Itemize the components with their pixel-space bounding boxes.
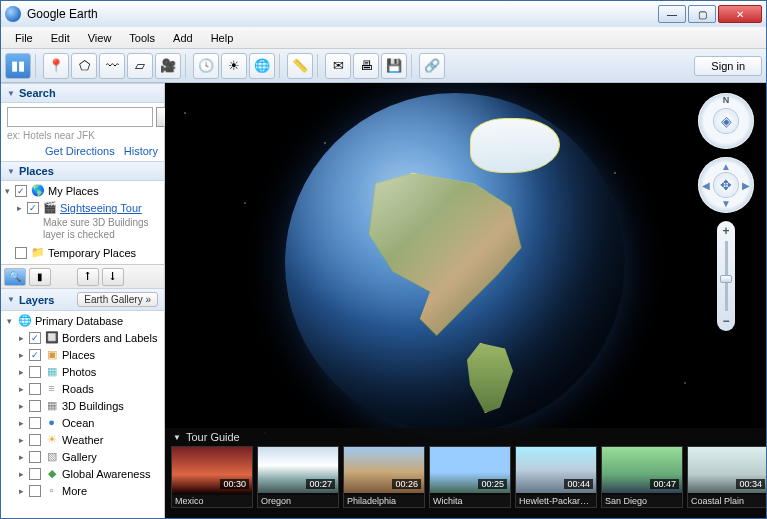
tree-toggle[interactable]: ▸ <box>19 450 29 465</box>
pan-left-icon[interactable]: ◀ <box>702 180 710 191</box>
layer-item[interactable]: Gallery <box>62 450 97 465</box>
layer-checkbox[interactable] <box>29 485 41 497</box>
tree-toggle[interactable]: ▸ <box>19 365 29 380</box>
signin-button[interactable]: Sign in <box>694 56 762 76</box>
layer-checkbox[interactable] <box>29 366 41 378</box>
layer-checkbox[interactable] <box>29 383 41 395</box>
maximize-button[interactable]: ▢ <box>688 5 716 23</box>
pan-right-icon[interactable]: ▶ <box>742 180 750 191</box>
tree-toggle[interactable]: ▸ <box>19 433 29 448</box>
planet-button[interactable]: 🌐 <box>249 53 275 79</box>
layer-checkbox[interactable] <box>29 332 41 344</box>
zoom-in-button[interactable]: + <box>722 224 729 238</box>
temporary-checkbox[interactable] <box>15 247 27 259</box>
menu-add[interactable]: Add <box>165 30 201 46</box>
places-panel-header[interactable]: Places <box>1 161 164 181</box>
layer-checkbox[interactable] <box>29 434 41 446</box>
menu-file[interactable]: File <box>7 30 41 46</box>
sightseeing-checkbox[interactable] <box>27 202 39 214</box>
look-joystick-icon[interactable]: ◈ <box>714 109 738 133</box>
pan-down-icon[interactable]: ▼ <box>721 198 731 209</box>
layer-item[interactable]: Borders and Labels <box>62 331 157 346</box>
layer-item[interactable]: More <box>62 484 87 499</box>
tree-toggle[interactable]: ▸ <box>19 484 29 499</box>
layer-item[interactable]: Global Awareness <box>62 467 150 482</box>
menu-tools[interactable]: Tools <box>121 30 163 46</box>
tour-item[interactable]: 00:26Philadelphia <box>343 446 425 508</box>
tour-strip[interactable]: 00:30Mexico00:27Oregon00:26Philadelphia0… <box>165 446 766 512</box>
primary-database-item[interactable]: Primary Database <box>35 314 123 329</box>
layer-checkbox[interactable] <box>29 417 41 429</box>
earth-globe[interactable] <box>285 93 625 433</box>
layer-checkbox[interactable] <box>29 451 41 463</box>
look-ring[interactable]: N ◈ <box>698 93 754 149</box>
layer-checkbox[interactable] <box>29 349 41 361</box>
tree-toggle[interactable]: ▸ <box>19 399 29 414</box>
sunlight-button[interactable]: ☀ <box>221 53 247 79</box>
my-places-checkbox[interactable] <box>15 185 27 197</box>
pan-hand-icon[interactable]: ✥ <box>714 173 738 197</box>
close-button[interactable]: ✕ <box>718 5 762 23</box>
layer-item[interactable]: 3D Buildings <box>62 399 124 414</box>
layer-item[interactable]: Places <box>62 348 95 363</box>
tree-toggle[interactable]: ▸ <box>19 348 29 363</box>
earth-gallery-button[interactable]: Earth Gallery » <box>77 292 158 307</box>
tour-item[interactable]: 00:30Mexico <box>171 446 253 508</box>
historical-button[interactable]: 🕓 <box>193 53 219 79</box>
globe-viewer[interactable]: N ◈ ▲ ▼ ◀ ▶ ✥ + − Tour Guide 00:3 <box>165 83 766 518</box>
menu-view[interactable]: View <box>80 30 120 46</box>
find-place-button[interactable]: 🔍 <box>4 268 26 286</box>
menu-edit[interactable]: Edit <box>43 30 78 46</box>
tour-item[interactable]: 00:25Wichita <box>429 446 511 508</box>
collapse-button[interactable]: 🠕 <box>77 268 99 286</box>
expand-button[interactable]: 🠗 <box>102 268 124 286</box>
print-button[interactable]: 🖶 <box>353 53 379 79</box>
layers-panel-header[interactable]: Layers Earth Gallery » <box>1 288 164 311</box>
layer-item[interactable]: Weather <box>62 433 103 448</box>
layer-item[interactable]: Ocean <box>62 416 94 431</box>
tour-item[interactable]: 00:34Coastal Plain <box>687 446 766 508</box>
record-tour-button[interactable]: 🎥 <box>155 53 181 79</box>
menu-help[interactable]: Help <box>203 30 242 46</box>
zoom-out-button[interactable]: − <box>722 314 729 328</box>
tour-item[interactable]: 00:44Hewlett-Packard Co... <box>515 446 597 508</box>
pan-ring[interactable]: ▲ ▼ ◀ ▶ ✥ <box>698 157 754 213</box>
zoom-slider[interactable]: + − <box>717 221 735 331</box>
zoom-thumb[interactable] <box>720 275 732 283</box>
pan-up-icon[interactable]: ▲ <box>721 161 731 172</box>
tree-toggle[interactable]: ▾ <box>5 184 15 199</box>
zoom-track[interactable] <box>725 241 728 311</box>
tree-toggle[interactable]: ▸ <box>19 416 29 431</box>
search-input[interactable] <box>7 107 153 127</box>
tree-toggle[interactable]: ▸ <box>19 467 29 482</box>
layer-item[interactable]: Photos <box>62 365 96 380</box>
tree-toggle[interactable]: ▸ <box>19 331 29 346</box>
sightseeing-tour-item[interactable]: Sightseeing Tour <box>60 201 142 216</box>
temporary-places-item[interactable]: Temporary Places <box>48 246 136 261</box>
layer-checkbox[interactable] <box>29 400 41 412</box>
placemark-button[interactable]: 📍 <box>43 53 69 79</box>
hide-sidebar-button[interactable]: ▮▮ <box>5 53 31 79</box>
email-button[interactable]: ✉ <box>325 53 351 79</box>
my-places-item[interactable]: My Places <box>48 184 99 199</box>
layer-checkbox[interactable] <box>29 468 41 480</box>
tree-toggle[interactable]: ▸ <box>19 382 29 397</box>
path-button[interactable]: 〰 <box>99 53 125 79</box>
tree-toggle[interactable]: ▸ <box>17 201 27 216</box>
tour-item[interactable]: 00:47San Diego <box>601 446 683 508</box>
save-image-button[interactable]: 💾 <box>381 53 407 79</box>
titlebar[interactable]: Google Earth — ▢ ✕ <box>1 1 766 27</box>
places-options-button[interactable]: ▮ <box>29 268 51 286</box>
tour-item[interactable]: 00:27Oregon <box>257 446 339 508</box>
polygon-button[interactable]: ⬠ <box>71 53 97 79</box>
history-link[interactable]: History <box>124 145 158 157</box>
tree-toggle[interactable]: ▾ <box>7 314 17 329</box>
ruler-button[interactable]: 📏 <box>287 53 313 79</box>
image-overlay-button[interactable]: ▱ <box>127 53 153 79</box>
minimize-button[interactable]: — <box>658 5 686 23</box>
layer-item[interactable]: Roads <box>62 382 94 397</box>
search-panel-header[interactable]: Search <box>1 83 164 103</box>
view-maps-button[interactable]: 🔗 <box>419 53 445 79</box>
tour-guide-header[interactable]: Tour Guide <box>165 428 766 446</box>
get-directions-link[interactable]: Get Directions <box>45 145 115 157</box>
